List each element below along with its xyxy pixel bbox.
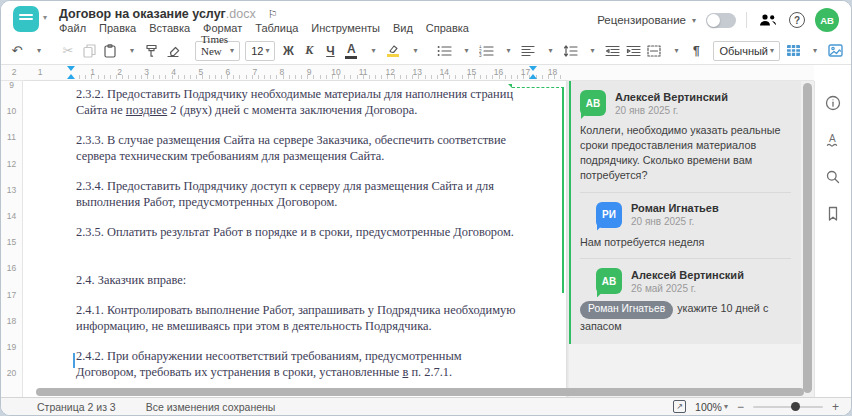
right-margin-marker[interactable] <box>529 74 537 79</box>
increase-indent-icon[interactable] <box>623 40 643 62</box>
paragraph-text: 2.3.3. В случае размещения Сайта на серв… <box>76 133 506 163</box>
paste-dropdown[interactable] <box>121 40 141 62</box>
decrease-indent-icon[interactable] <box>602 40 622 62</box>
app-logo-icon[interactable] <box>13 6 39 32</box>
svg-text:3: 3 <box>479 53 482 57</box>
underline-button[interactable]: Ч <box>320 40 340 62</box>
zoom-in-button[interactable]: + <box>832 400 839 414</box>
comment[interactable]: АВ Алексей Вертинский 26 май 2025 г. Ром… <box>580 258 791 333</box>
line-spacing-icon[interactable] <box>560 40 580 62</box>
align-dropdown[interactable] <box>539 40 559 62</box>
fit-page-icon[interactable]: ↗ <box>673 400 686 413</box>
paragraph[interactable]: 2.4. Заказчик вправе: <box>76 272 518 288</box>
paragraph[interactable]: 2.4.2. При обнаружении несоответствий тр… <box>76 348 518 380</box>
vertical-ruler[interactable]: 91011121314151617181920 <box>1 81 23 397</box>
font-size-select[interactable]: 12 <box>245 41 275 61</box>
avatar-initials: АВ <box>602 276 616 287</box>
bold-button[interactable]: Ж <box>278 40 298 62</box>
document-page[interactable]: 2.3.2. Предоставить Подрядчику необходим… <box>23 81 566 397</box>
horizontal-ruler[interactable]: 21 123456789101112131415161718 <box>1 65 814 81</box>
insert-link-icon[interactable] <box>846 40 852 62</box>
comment-thread[interactable]: АВ Алексей Вертинский 20 янв 2025 г. Кол… <box>569 81 801 344</box>
paragraph[interactable]: 2.3.3. В случае размещения Сайта на серв… <box>76 132 518 164</box>
zoom-slider[interactable] <box>753 406 823 408</box>
insert-table-dropdown[interactable] <box>804 40 824 62</box>
highlight-color-button[interactable] <box>383 40 403 62</box>
about-icon[interactable] <box>821 91 845 115</box>
ruler-number: 10 <box>323 67 350 77</box>
menu-item[interactable]: Вставка <box>149 22 190 34</box>
vertical-scrollbar[interactable] <box>801 81 814 397</box>
menu-item[interactable]: Справка <box>426 22 469 34</box>
undo-button[interactable]: ↶ <box>7 40 27 62</box>
paragraph[interactable]: 2.3.5. Оплатить результат Работ в порядк… <box>76 224 518 240</box>
copy-button[interactable] <box>79 40 99 62</box>
align-left-icon[interactable] <box>518 40 538 62</box>
italic-button[interactable]: К <box>299 40 319 62</box>
logo-caret-icon[interactable]: ▾ <box>43 13 47 22</box>
numbered-list-dropdown[interactable] <box>497 40 517 62</box>
menu-item[interactable]: Файл <box>59 22 86 34</box>
font-color-dropdown[interactable] <box>362 40 382 62</box>
paragraph-text: 2.3.5. Оплатить результат Работ в порядк… <box>76 225 514 239</box>
horizontal-scrollbar-thumb[interactable] <box>36 388 804 396</box>
undo-dropdown[interactable] <box>28 40 48 62</box>
comment[interactable]: АВ Алексей Вертинский 20 янв 2025 г. Кол… <box>580 90 791 183</box>
cut-button[interactable]: ✂ <box>58 40 78 62</box>
left-indent-marker[interactable] <box>67 74 75 79</box>
paragraph[interactable]: 2.3.4. Предоставить Подрядчику доступ к … <box>76 178 518 210</box>
user-avatar[interactable]: АВ <box>815 8 839 32</box>
comment[interactable]: РИ Роман Игнатьев 20 янв 2025 г. Нам пот… <box>580 192 791 250</box>
first-line-indent-marker[interactable] <box>67 66 75 71</box>
search-icon[interactable] <box>821 165 845 189</box>
collaborators-icon[interactable] <box>757 9 779 31</box>
paragraph-shading-icon[interactable] <box>644 40 664 62</box>
vertical-scrollbar-thumb[interactable] <box>803 83 812 393</box>
insert-image-icon[interactable] <box>825 40 845 62</box>
format-painter-icon[interactable] <box>142 40 162 62</box>
paragraph[interactable]: 2.4.1. Контролировать выполнение Работ, … <box>76 302 518 334</box>
header-right: Рецензирование ? АВ <box>597 8 839 32</box>
zoom-out-button[interactable]: − <box>737 400 744 414</box>
document-title-extension: .docx <box>226 7 256 21</box>
bullet-list-icon[interactable] <box>434 40 454 62</box>
bookmark-icon[interactable] <box>821 202 845 226</box>
highlight-color-dropdown[interactable] <box>404 40 424 62</box>
menu-item[interactable]: Таблица <box>255 22 298 34</box>
insert-table-icon[interactable] <box>783 40 803 62</box>
ruler-number: 15 <box>1 229 22 255</box>
paragraph-style-select[interactable]: Обычный <box>713 41 780 61</box>
font-color-button[interactable]: А <box>341 40 361 62</box>
toolbar: ↶ ✂ Times New ... 12 Ж К Ч А <box>1 37 851 65</box>
review-toggle[interactable] <box>706 13 736 28</box>
bullet-list-dropdown[interactable] <box>455 40 475 62</box>
numbered-list-icon[interactable]: 123 <box>476 40 496 62</box>
comment-text: Коллеги, необходимо указать реальные сро… <box>580 123 791 183</box>
review-mode-dropdown[interactable]: Рецензирование <box>597 14 696 26</box>
clear-style-icon[interactable] <box>163 40 183 62</box>
help-icon[interactable]: ? <box>789 12 805 28</box>
document-title-text: Договор на оказание услуг <box>59 7 226 21</box>
paragraph-text: 2 (двух) дней с момента заключения Догов… <box>167 103 417 117</box>
page-indicator[interactable]: Страница 2 из 3 <box>37 401 116 413</box>
menu-item[interactable]: Вид <box>393 22 413 34</box>
horizontal-scrollbar[interactable] <box>36 388 804 396</box>
nonprinting-chars-button[interactable]: ¶ <box>686 40 706 62</box>
paragraph-shading-dropdown[interactable] <box>665 40 685 62</box>
line-spacing-dropdown[interactable] <box>581 40 601 62</box>
zoom-slider-knob[interactable] <box>791 402 800 411</box>
comment-date: 26 май 2025 г. <box>631 283 744 294</box>
favorite-flag-icon[interactable]: ⚐ <box>268 8 278 20</box>
spellcheck-icon[interactable]: А <box>821 128 845 152</box>
menu-item[interactable]: Правка <box>99 22 136 34</box>
comment-author: Роман Игнатьев <box>631 202 719 214</box>
zoom-level-dropdown[interactable]: 100% <box>695 401 728 413</box>
ruler-number: 13 <box>1 177 22 203</box>
paragraph[interactable]: 2.3.2. Предоставить Подрядчику необходим… <box>76 86 518 118</box>
menu-item[interactable]: Инструменты <box>311 22 380 34</box>
ruler-number: 3 <box>133 67 160 77</box>
paste-button[interactable] <box>100 40 120 62</box>
right-indent-marker[interactable] <box>529 66 537 71</box>
mention-chip[interactable]: Роман Игнатьев <box>580 301 673 318</box>
font-name-select[interactable]: Times New ... <box>195 41 240 61</box>
